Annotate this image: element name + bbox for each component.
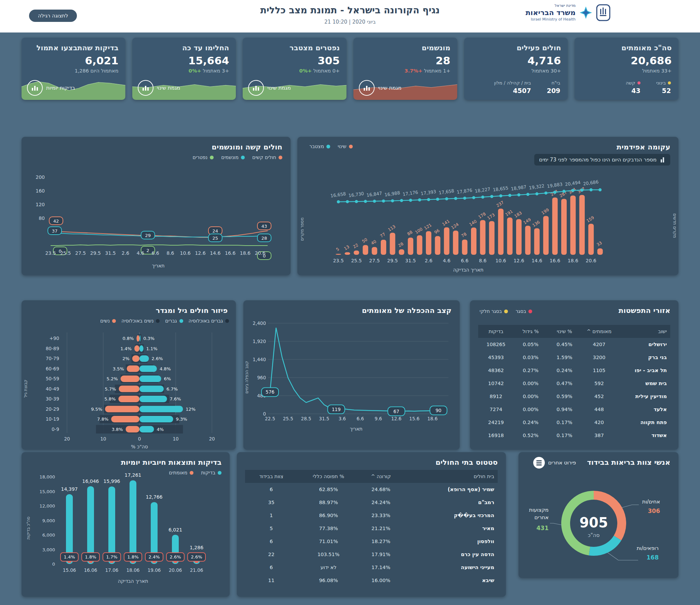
column-header[interactable]: % שינוי [548, 325, 581, 338]
column-header[interactable]: % תפוסה כללי [297, 470, 359, 483]
table-row[interactable]: אשדוד3870.17%0.52%16918 [478, 429, 670, 442]
bar-chart-icon [248, 80, 264, 96]
trend-button[interactable]: מגמת שינוי [138, 80, 180, 96]
svg-text:0: 0 [138, 436, 141, 442]
svg-text:43: 43 [261, 224, 267, 229]
table-row[interactable]: מעייני הישועה17.14%לא ידוע6 [245, 561, 498, 574]
column-header[interactable]: בדיקות [478, 325, 514, 338]
kpi-title: בדיקות שהתבצעו אתמול [28, 44, 119, 52]
trend-button[interactable]: מגמת שינוי [359, 80, 402, 96]
table-row[interactable]: רמב"ם24.24%88.97%35 [245, 496, 498, 509]
table-cell: 1105 [581, 364, 617, 377]
panel-title: קצב ההכפלה של מאומתים [362, 306, 452, 315]
table-row[interactable]: בית שמש5920.47%0.00%10742 [478, 377, 670, 390]
legend-item[interactable]: גברים באוכלוסיה [189, 318, 229, 324]
table-cell-name: ירושלים [617, 338, 670, 351]
table-row[interactable]: הדסה עין כרם17.91%103.51%22 [245, 548, 498, 561]
svg-text:2.6: 2.6 [425, 258, 432, 263]
legend-item[interactable]: מצטבר [309, 144, 330, 149]
svg-text:37: 37 [52, 228, 58, 234]
column-header[interactable]: בית חולים [402, 470, 498, 483]
table-cell: 6 [245, 535, 297, 548]
svg-text:תאריך: תאריך [152, 263, 164, 268]
logo-line2: משרד הבריאות [526, 8, 576, 17]
svg-text:9,000: 9,000 [42, 518, 55, 523]
table-row[interactable]: אלעד4480.94%0.00%7274 [478, 403, 670, 416]
legend-item[interactable]: בסגר חלקי [480, 308, 508, 314]
column-header[interactable]: קורונה ^ [360, 470, 402, 483]
kpi-card-0: סה"כ מאומתים20,686+33 מאתמול בינוני52קשה… [575, 38, 678, 100]
kpi-substat: קשה43 [626, 80, 641, 94]
svg-text:6%: 6% [164, 376, 171, 381]
svg-text:17,658: 17,658 [439, 188, 455, 195]
svg-text:50: 50 [361, 237, 368, 244]
svg-text:18.6: 18.6 [240, 250, 251, 256]
svg-text:2.4%: 2.4% [148, 554, 160, 560]
substat-value: 43 [626, 87, 641, 94]
column-header[interactable]: ישוב [617, 325, 670, 338]
table-row[interactable]: תל אביב - יפו11050.24%0.27%48362 [478, 364, 670, 377]
legend-item[interactable]: מונשמים [221, 155, 245, 160]
svg-text:14.6: 14.6 [531, 258, 542, 263]
table-row[interactable]: המרכזי בע��ק23.33%86.90%1 [245, 509, 498, 522]
table-row[interactable]: פתח תקווה4200.17%0.24%24219 [478, 416, 670, 429]
svg-text:306: 306 [648, 508, 660, 514]
svg-text:10: 10 [100, 436, 106, 442]
svg-text:77: 77 [379, 232, 386, 239]
table-cell: 24.68% [360, 483, 402, 496]
svg-text:237: 237 [496, 200, 505, 208]
trend-button[interactable]: בדיקות יומיות [27, 80, 75, 96]
table-row[interactable]: ירושלים42070.45%0.05%108265 [478, 338, 670, 351]
legend-item[interactable]: בסגר [515, 308, 532, 314]
svg-text:13: 13 [343, 244, 350, 251]
table-row[interactable]: מודיעין עילית4520.59%0.00%8912 [478, 390, 670, 403]
svg-text:27.5: 27.5 [75, 250, 86, 256]
panel-title: אזורי התפשטות [619, 306, 670, 315]
table-cell: 0.00% [514, 377, 548, 390]
svg-text:22.5: 22.5 [265, 416, 275, 421]
svg-text:1.7%: 1.7% [106, 554, 117, 560]
column-header[interactable]: צוות בבידוד [245, 470, 297, 483]
table-row[interactable]: בני ברק32001.59%0.03%45393 [478, 351, 670, 364]
legend-dot-icon [504, 310, 508, 313]
kpi-card-4: החלימו עד כה15,664+3 מאתמול +0%מגמת שינו… [132, 38, 236, 100]
svg-text:2.6%: 2.6% [170, 554, 181, 560]
svg-text:6.6: 6.6 [356, 416, 364, 421]
table-cell: 0.05% [514, 338, 548, 351]
column-header[interactable]: % גידול [514, 325, 548, 338]
table-row[interactable]: וולפסון18.27%71.01%6 [245, 535, 498, 548]
legend-item[interactable]: נפטרים [192, 155, 214, 160]
daily-tests-bar-chart: 03,0006,0009,00012,00015,00018,00014,397… [22, 473, 230, 593]
table-cell: 10742 [478, 377, 514, 390]
table-header-row: בית חוליםקורונה ^% תפוסה כלליצוות בבידוד [245, 470, 498, 483]
legend-item[interactable]: נשים באוכלוסיה [121, 318, 160, 324]
column-header[interactable]: מאומתים ^ [581, 325, 617, 338]
svg-text:3.6: 3.6 [338, 416, 346, 421]
kpi-value: 20,686 [581, 54, 672, 67]
svg-text:15,996: 15,996 [104, 478, 120, 484]
table-row[interactable]: שמיר (אסף הרופא)24.68%62.85%6 [245, 483, 498, 496]
legend-dot-icon [225, 319, 229, 323]
svg-text:168: 168 [647, 554, 659, 561]
legend-item[interactable]: שינוי [338, 144, 353, 149]
table-row[interactable]: שיבא16.00%96.08%11 [245, 574, 498, 587]
svg-text:12,000: 12,000 [40, 503, 55, 509]
legend-item[interactable]: גברים [165, 318, 183, 324]
table-cell-name: שיבא [402, 574, 498, 587]
trend-button[interactable]: מגמת שינוי [248, 80, 291, 96]
table-cell: 16918 [478, 429, 514, 442]
legend-item[interactable]: נשים [100, 318, 116, 324]
svg-text:מקצועות: מקצועות [529, 507, 549, 513]
legend-item[interactable]: חולים קשים [252, 155, 282, 160]
others-detail-button[interactable]: פירוט אחרים [533, 457, 576, 469]
panel-title: פיזור חולים גיל ומגדר [156, 306, 228, 315]
svg-text:0.3%: 0.3% [143, 336, 154, 341]
legend-dot-icon [326, 145, 330, 148]
svg-text:4.8%: 4.8% [160, 366, 171, 371]
logo-text: מדינת ישראל משרד הבריאות Israel Ministry… [526, 3, 576, 22]
svg-text:9.5%: 9.5% [91, 407, 102, 412]
table-row[interactable]: מאיר21.21%77.38%5 [245, 522, 498, 535]
kpi-substats: בי"ח209בית / קהילה / מלון4507 [494, 80, 561, 94]
table-cell: 0.00% [514, 403, 548, 416]
svg-text:24: 24 [213, 228, 218, 234]
